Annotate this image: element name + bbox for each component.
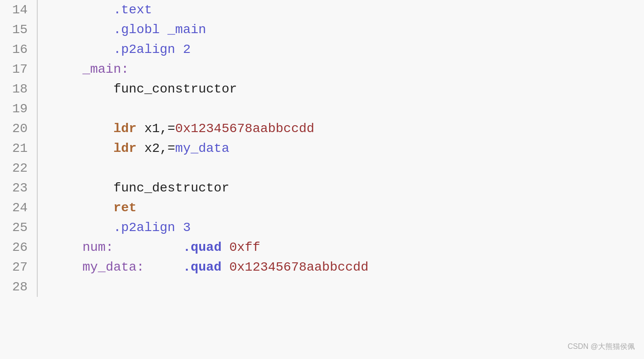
line-number: 27	[0, 257, 37, 277]
line-number: 23	[0, 178, 37, 198]
code-row: 18 func_constructor	[0, 79, 644, 99]
code-content	[38, 158, 644, 178]
line-number: 22	[0, 158, 37, 178]
code-content: .text	[38, 0, 644, 20]
line-number: 28	[0, 277, 37, 297]
code-token	[144, 260, 183, 274]
code-token	[52, 201, 113, 215]
code-container: 14 .text15 .globl _main16 .p2align 217 _…	[0, 0, 644, 359]
code-token: x2,=	[137, 141, 175, 156]
code-row: 22	[0, 158, 644, 178]
line-number: 15	[0, 20, 37, 40]
code-token: num:	[82, 240, 113, 255]
code-block: 14 .text15 .globl _main16 .p2align 217 _…	[0, 0, 644, 297]
code-token: 0xff	[230, 240, 260, 255]
code-token	[52, 122, 113, 136]
code-content: num: .quad 0xff	[38, 237, 644, 257]
line-number: 14	[0, 0, 37, 20]
line-number: 18	[0, 79, 37, 99]
code-token: my_data:	[82, 260, 144, 274]
code-content: func_constructor	[38, 79, 644, 99]
code-content: .globl _main	[38, 20, 644, 40]
code-token: ldr	[113, 141, 136, 156]
line-number: 24	[0, 198, 37, 218]
code-token: ldr	[113, 122, 136, 136]
code-token: func_destructor	[52, 181, 229, 195]
code-token: 0x12345678aabbccdd	[229, 260, 368, 274]
code-row: 24 ret	[0, 198, 644, 218]
code-row: 28	[0, 277, 644, 297]
line-number: 26	[0, 237, 37, 257]
code-token: my_data	[175, 141, 230, 156]
code-token	[222, 240, 230, 255]
code-content: _main:	[38, 59, 644, 79]
line-number: 20	[0, 119, 37, 139]
code-token: _main:	[52, 62, 129, 76]
code-content: .p2align 3	[38, 218, 644, 237]
line-number: 25	[0, 218, 37, 237]
code-token: .p2align 2	[52, 42, 190, 57]
code-token: .text	[52, 3, 152, 17]
code-token	[52, 141, 113, 156]
code-row: 23 func_destructor	[0, 178, 644, 198]
code-row: 17 _main:	[0, 59, 644, 79]
code-token: 0x12345678aabbccdd	[175, 122, 314, 136]
code-row: 26 num: .quad 0xff	[0, 237, 644, 257]
code-token: ret	[113, 201, 136, 215]
code-content: my_data: .quad 0x12345678aabbccdd	[38, 257, 644, 277]
code-content: ldr x1,=0x12345678aabbccdd	[38, 119, 644, 139]
code-content: func_destructor	[38, 178, 644, 198]
code-row: 15 .globl _main	[0, 20, 644, 40]
code-content: ret	[38, 198, 644, 218]
code-row: 27 my_data: .quad 0x12345678aabbccdd	[0, 257, 644, 277]
code-content: .p2align 2	[38, 40, 644, 59]
code-content	[38, 99, 644, 119]
code-content: ldr x2,=my_data	[38, 139, 644, 158]
line-number: 21	[0, 139, 37, 158]
code-row: 19	[0, 99, 644, 119]
line-number: 16	[0, 40, 37, 59]
code-token: .quad	[183, 260, 222, 274]
code-row: 25 .p2align 3	[0, 218, 644, 237]
code-token	[222, 260, 230, 274]
code-token: .p2align 3	[52, 220, 190, 235]
line-number: 19	[0, 99, 37, 119]
code-token	[52, 260, 82, 274]
code-row: 20 ldr x1,=0x12345678aabbccdd	[0, 119, 644, 139]
code-token	[113, 240, 183, 255]
code-content	[38, 277, 644, 297]
code-row: 14 .text	[0, 0, 644, 20]
code-token: x1,=	[137, 122, 175, 136]
code-token	[52, 240, 82, 255]
code-token: func_constructor	[52, 82, 237, 96]
line-number: 17	[0, 59, 37, 79]
code-token: .globl _main	[52, 23, 206, 37]
code-row: 21 ldr x2,=my_data	[0, 139, 644, 158]
code-token: .quad	[183, 240, 222, 255]
watermark-text: CSDN @大熊猫侯佩	[568, 342, 635, 352]
code-row: 16 .p2align 2	[0, 40, 644, 59]
